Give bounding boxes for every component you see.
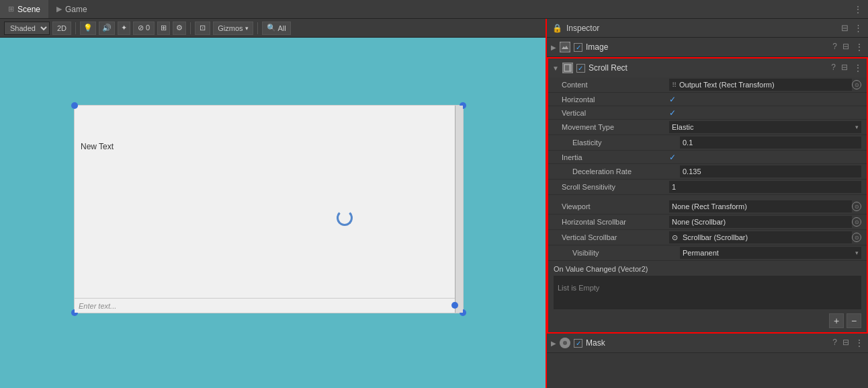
inertia-checkmark[interactable]: ✓ — [669, 153, 676, 162]
viewport-row: Viewport None (Rect Transform) ⊙ — [548, 199, 867, 215]
vertical-scrollbar-text: Scrollbar (Scrollbar) — [683, 233, 748, 241]
vertical-scrollbar-row: Vertical Scrollbar ⊙ Scrollbar (Scrollba… — [548, 230, 867, 245]
fx-button[interactable]: ✦ — [118, 22, 130, 35]
mask-help-icon[interactable]: ? — [832, 338, 837, 348]
deceleration-rate-row: Deceleration Rate 0.135 — [548, 164, 867, 180]
svg-rect-0 — [560, 42, 570, 52]
image-menu-icon[interactable]: ⋮ — [855, 42, 864, 52]
event-list: List is Empty — [554, 276, 861, 309]
scene-panel: Shaded 2D 💡 🔊 ✦ ⊘ 0 ⊞ ⚙ ⊡ Gizmos ▾ 🔍 All — [0, 19, 546, 388]
main-layout: Shaded 2D 💡 🔊 ✦ ⊘ 0 ⊞ ⚙ ⊡ Gizmos ▾ 🔍 All — [0, 19, 868, 388]
event-section: On Value Changed (Vector2) List is Empty… — [548, 261, 867, 332]
mask-header[interactable]: ▶ ✓ Mask ? ⊟ ⋮ — [547, 334, 868, 352]
horizontal-scrollbar-value-container[interactable]: None (Scrollbar) — [669, 216, 852, 228]
top-tab-bar: ⊞ Scene ▶ Game ⋮ — [0, 0, 868, 19]
scroll-rect-help-icon[interactable]: ? — [831, 63, 836, 73]
svg-point-5 — [563, 341, 567, 345]
elasticity-text: 0.1 — [683, 139, 693, 147]
visibility-row: Visibility Permanent ▾ — [548, 245, 867, 261]
2d-button[interactable]: 2D — [52, 22, 71, 35]
horizontal-scrollbar-text: None (Scrollbar) — [672, 218, 726, 226]
search-button[interactable]: 🔍 All — [262, 22, 291, 35]
scroll-rect-icon — [562, 63, 573, 73]
content-value[interactable]: ⠿ Output Text (Rect Transform) — [669, 79, 852, 91]
audio-button[interactable]: 🔊 — [99, 22, 115, 35]
toolbar-sep-2 — [190, 22, 191, 34]
mask-collapse-arrow: ▶ — [551, 340, 556, 347]
add-event-button[interactable]: + — [829, 313, 844, 328]
content-target-icon[interactable]: ⊙ — [852, 80, 861, 89]
scroll-rect-checkbox[interactable]: ✓ — [576, 64, 585, 73]
scene-canvas: Enter text... New Text — [0, 38, 546, 388]
content-label: Content — [562, 81, 669, 89]
grid-button[interactable]: ⊞ — [157, 22, 170, 35]
tab-bar-dots[interactable]: ⋮ — [853, 4, 863, 15]
viewport-target-icon[interactable]: ⊙ — [852, 202, 861, 211]
movement-type-select[interactable]: Elastic ▾ — [669, 121, 861, 133]
lock-icon[interactable]: 🔒 — [552, 24, 562, 33]
overlay-button[interactable]: ⊘ 0 — [133, 22, 155, 35]
gizmos-button[interactable]: Gizmos ▾ — [213, 22, 253, 35]
horizontal-row: Horizontal ✓ — [548, 93, 867, 106]
mask-layout-icon[interactable]: ⊟ — [842, 338, 849, 348]
scroll-rect-header[interactable]: ▼ ✓ Scroll Rect ? ⊟ ⋮ — [548, 59, 867, 77]
deceleration-rate-text: 0.135 — [683, 167, 701, 176]
scroll-sensitivity-value[interactable]: 1 — [669, 181, 861, 193]
visibility-value: Permanent — [683, 249, 855, 257]
remove-event-button[interactable]: − — [847, 313, 861, 328]
handle-tl[interactable] — [71, 102, 78, 109]
light-button[interactable]: 💡 — [80, 22, 96, 35]
content-row: Content ⠿ Output Text (Rect Transform) ⊙ — [548, 77, 867, 93]
horizontal-checkmark[interactable]: ✓ — [669, 95, 676, 104]
scene-tab-label: Scene — [17, 5, 40, 14]
image-component-icon — [560, 42, 570, 52]
enter-text-placeholder: Enter text... — [79, 302, 116, 310]
layout-icon[interactable]: ⊟ — [841, 23, 849, 33]
viewport-value-container[interactable]: None (Rect Transform) — [669, 200, 852, 212]
event-actions: + − — [554, 313, 861, 328]
image-component-name: Image — [586, 42, 829, 52]
mask-icon — [560, 338, 570, 348]
image-component-header[interactable]: ▶ ✓ Image ? ⊟ ⋮ — [547, 38, 868, 56]
image-help-icon[interactable]: ? — [832, 42, 837, 52]
scene-icon: ⊞ — [8, 5, 14, 13]
new-text-label: New Text — [81, 142, 114, 151]
movement-type-label: Movement Type — [562, 123, 669, 131]
vertical-scrollbar-target-icon[interactable]: ⊙ — [852, 233, 861, 242]
scene-tab[interactable]: ⊞ Scene — [0, 0, 48, 18]
horizontal-scrollbar-label: Horizontal Scrollbar — [562, 218, 669, 226]
visibility-select[interactable]: Permanent ▾ — [680, 247, 861, 259]
inspector-title: Inspector — [566, 24, 599, 33]
event-empty-label: List is Empty — [558, 280, 857, 296]
deceleration-rate-value[interactable]: 0.135 — [680, 165, 861, 178]
toolbar-sep-1 — [75, 22, 76, 34]
shaded-dropdown[interactable]: Shaded — [4, 22, 50, 35]
scene-toolbar: Shaded 2D 💡 🔊 ✦ ⊘ 0 ⊞ ⚙ ⊡ Gizmos ▾ 🔍 All — [0, 19, 546, 38]
viewport-text: None (Rect Transform) — [672, 202, 747, 210]
mask-checkbox[interactable]: ✓ — [574, 339, 582, 348]
vertical-scrollbar-visual — [455, 106, 463, 313]
viewport-label: Viewport — [562, 202, 669, 210]
scroll-rect-layout-icon[interactable]: ⊟ — [841, 63, 848, 73]
vertical-checkmark[interactable]: ✓ — [669, 108, 676, 118]
on-value-changed-header: On Value Changed (Vector2) — [554, 265, 861, 273]
scroll-sensitivity-label: Scroll Sensitivity — [562, 183, 669, 191]
image-checkbox[interactable]: ✓ — [574, 43, 582, 52]
handle-input-right[interactable] — [451, 302, 458, 309]
settings-button[interactable]: ⚙ — [173, 22, 186, 35]
horizontal-scrollbar-target-icon[interactable]: ⊙ — [852, 217, 861, 227]
image-header-icons: ? ⊟ ⋮ — [832, 42, 864, 52]
mask-check-mark: ✓ — [576, 340, 581, 347]
elasticity-value[interactable]: 0.1 — [680, 137, 861, 149]
game-tab[interactable]: ▶ Game — [48, 0, 95, 18]
scroll-sensitivity-row: Scroll Sensitivity 1 — [548, 180, 867, 195]
scroll-rect-component: ▼ ✓ Scroll Rect ? ⊟ ⋮ Con — [547, 57, 868, 334]
scroll-rect-header-icons: ? ⊟ ⋮ — [831, 63, 863, 73]
display-button[interactable]: ⊡ — [195, 22, 210, 35]
mask-menu-icon[interactable]: ⋮ — [855, 338, 864, 348]
inspector-menu-icon[interactable]: ⋮ — [854, 23, 863, 33]
loading-circle-icon — [337, 210, 353, 226]
vertical-scrollbar-value-container[interactable]: ⊙ Scrollbar (Scrollbar) — [669, 231, 852, 243]
scroll-rect-menu-icon[interactable]: ⋮ — [853, 63, 863, 73]
image-layout-icon[interactable]: ⊟ — [842, 42, 849, 52]
